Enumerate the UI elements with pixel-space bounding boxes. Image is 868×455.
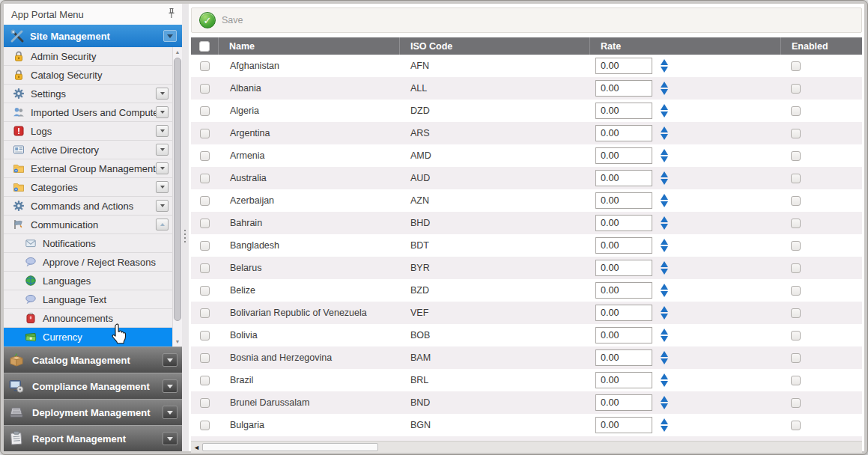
enabled-checkbox[interactable] [791, 421, 801, 430]
rate-input[interactable] [595, 80, 652, 97]
enabled-checkbox[interactable] [791, 84, 801, 94]
row-checkbox[interactable] [200, 376, 210, 385]
sidebar-item-notifications[interactable]: Notifications [4, 234, 172, 253]
spinner-up-icon[interactable] [661, 373, 668, 379]
rate-spinner[interactable] [661, 126, 668, 140]
row-checkbox[interactable] [200, 398, 210, 408]
sidebar-item-communication[interactable]: Communication [4, 216, 172, 234]
sidebar-item-imported-users-and-computers[interactable]: Imported Users and Computers [4, 103, 172, 122]
enabled-checkbox[interactable] [791, 376, 801, 385]
row-checkbox[interactable] [200, 263, 210, 273]
column-header-name[interactable]: Name [218, 37, 399, 55]
item-dropdown-button[interactable] [156, 181, 169, 193]
rate-input[interactable] [595, 305, 652, 321]
rate-spinner[interactable] [661, 306, 668, 320]
spinner-down-icon[interactable] [661, 381, 668, 387]
rate-spinner[interactable] [661, 396, 668, 409]
horizontal-scrollbar-thumb[interactable] [202, 443, 378, 451]
rate-input[interactable] [595, 282, 652, 299]
spinner-down-icon[interactable] [661, 201, 668, 207]
row-checkbox[interactable] [200, 151, 210, 161]
row-checkbox[interactable] [200, 196, 210, 206]
column-header-enabled[interactable]: Enabled [780, 37, 862, 55]
rate-input[interactable] [595, 394, 652, 411]
chevron-down-icon[interactable] [163, 30, 177, 42]
column-header-iso-code[interactable]: ISO Code [399, 37, 589, 55]
sidebar-item-commands-and-actions[interactable]: Commands and Actions [4, 197, 172, 216]
sidebar-scrollbar[interactable]: ▲ ▼ [172, 47, 182, 346]
rate-input[interactable] [595, 170, 652, 186]
spinner-up-icon[interactable] [661, 306, 668, 312]
column-header-rate[interactable]: Rate [589, 37, 780, 55]
spinner-down-icon[interactable] [661, 314, 668, 320]
spinner-down-icon[interactable] [661, 336, 668, 342]
rate-spinner[interactable] [661, 82, 668, 95]
enabled-checkbox[interactable] [791, 286, 801, 296]
rate-input[interactable] [595, 58, 652, 74]
rate-spinner[interactable] [661, 351, 668, 364]
spinner-down-icon[interactable] [661, 156, 668, 162]
enabled-checkbox[interactable] [791, 331, 801, 341]
rate-input[interactable] [595, 103, 652, 119]
spinner-down-icon[interactable] [661, 112, 668, 117]
row-checkbox[interactable] [200, 353, 210, 363]
sidebar-section-report-management[interactable]: Report Management [4, 425, 182, 451]
section-dropdown-button[interactable] [163, 432, 177, 445]
enabled-checkbox[interactable] [791, 263, 801, 273]
rate-input[interactable] [595, 147, 652, 164]
spinner-down-icon[interactable] [661, 426, 668, 432]
spinner-up-icon[interactable] [661, 126, 668, 132]
spinner-down-icon[interactable] [661, 358, 668, 364]
spinner-up-icon[interactable] [661, 194, 668, 200]
section-dropdown-button[interactable] [163, 353, 177, 367]
item-dropdown-button[interactable] [156, 125, 169, 137]
rate-spinner[interactable] [661, 171, 668, 185]
spinner-up-icon[interactable] [661, 329, 668, 335]
section-dropdown-button[interactable] [163, 406, 177, 419]
row-checkbox[interactable] [200, 174, 210, 183]
rate-input[interactable] [595, 260, 652, 276]
sidebar-section-site-management[interactable]: Site Management [4, 25, 182, 47]
enabled-checkbox[interactable] [791, 241, 801, 251]
row-checkbox[interactable] [200, 84, 210, 94]
row-checkbox[interactable] [200, 241, 210, 251]
enabled-checkbox[interactable] [791, 151, 801, 161]
splitter[interactable] [182, 4, 189, 451]
scroll-up-icon[interactable]: ▲ [173, 47, 182, 57]
rate-spinner[interactable] [661, 329, 668, 342]
spinner-down-icon[interactable] [661, 246, 668, 252]
scroll-left-icon[interactable]: ◄ [193, 443, 200, 452]
spinner-down-icon[interactable] [661, 224, 668, 230]
sidebar-item-categories[interactable]: Categories [4, 178, 172, 197]
enabled-checkbox[interactable] [791, 308, 801, 318]
spinner-up-icon[interactable] [661, 351, 668, 357]
row-checkbox[interactable] [200, 61, 210, 71]
spinner-up-icon[interactable] [661, 216, 668, 222]
enabled-checkbox[interactable] [791, 398, 801, 408]
item-dropdown-button[interactable] [156, 162, 169, 174]
select-all-checkbox[interactable] [199, 41, 210, 52]
sidebar-item-announcements[interactable]: Announcements [4, 309, 172, 328]
sidebar-item-external-group-management[interactable]: External Group Management [4, 159, 172, 178]
rate-input[interactable] [595, 192, 652, 209]
item-dropdown-button[interactable] [156, 88, 169, 100]
item-dropdown-button[interactable] [156, 144, 169, 156]
rate-spinner[interactable] [661, 284, 668, 297]
rate-input[interactable] [595, 417, 652, 433]
row-checkbox[interactable] [200, 129, 210, 138]
spinner-down-icon[interactable] [661, 269, 668, 275]
item-dropdown-button[interactable] [156, 106, 169, 118]
spinner-up-icon[interactable] [661, 261, 668, 267]
enabled-checkbox[interactable] [791, 219, 801, 228]
sidebar-item-active-directory[interactable]: Active Directory [4, 141, 172, 159]
rate-input[interactable] [595, 372, 652, 388]
spinner-up-icon[interactable] [661, 171, 668, 177]
spinner-up-icon[interactable] [661, 82, 668, 88]
spinner-up-icon[interactable] [661, 59, 668, 65]
sidebar-section-deployment-management[interactable]: Deployment Management [4, 399, 182, 425]
spinner-up-icon[interactable] [661, 239, 668, 245]
enabled-checkbox[interactable] [791, 106, 801, 116]
rate-input[interactable] [595, 327, 652, 343]
rate-spinner[interactable] [661, 216, 668, 230]
spinner-down-icon[interactable] [661, 291, 668, 297]
